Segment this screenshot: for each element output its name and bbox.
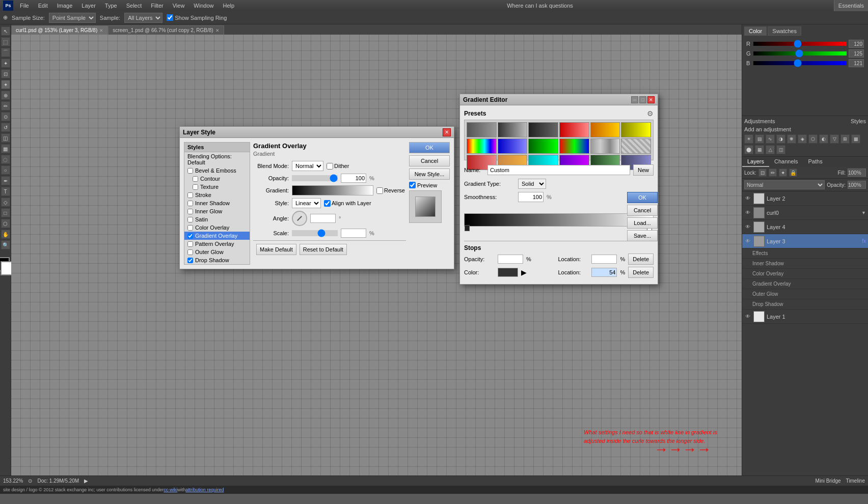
- style-item-satin[interactable]: Satin: [184, 215, 250, 223]
- selection-tool[interactable]: ⬚: [1, 37, 10, 46]
- preset-dark[interactable]: [528, 122, 558, 137]
- style-item-color-overlay-check[interactable]: [187, 225, 193, 231]
- style-item-inner-shadow[interactable]: Inner Shadow: [184, 199, 250, 207]
- new-style-btn[interactable]: New Style...: [409, 169, 450, 180]
- heal-tool[interactable]: ⊕: [1, 91, 10, 100]
- tab-curl1-close[interactable]: ✕: [99, 28, 103, 33]
- timeline-tab[interactable]: Timeline: [846, 478, 865, 484]
- color-tab[interactable]: Color: [744, 26, 767, 36]
- menu-file[interactable]: File: [17, 2, 32, 10]
- curl0-eye-icon[interactable]: 👁: [744, 209, 751, 216]
- style-item-contour[interactable]: Contour: [184, 175, 250, 183]
- r-value[interactable]: [849, 40, 864, 48]
- style-item-bevel-check[interactable]: [187, 168, 193, 174]
- menu-type[interactable]: Type: [102, 2, 120, 10]
- gradient-cancel-btn[interactable]: Cancel: [627, 205, 658, 216]
- preset-blue[interactable]: [498, 138, 528, 154]
- preview-checkbox[interactable]: [409, 182, 416, 188]
- blur-tool[interactable]: ◌: [1, 155, 10, 164]
- opacity-delete-btn[interactable]: Delete: [628, 254, 654, 265]
- gradient-smoothness-input[interactable]: [518, 192, 544, 202]
- angle-dial[interactable]: [292, 211, 307, 226]
- cancel-btn[interactable]: Cancel: [409, 155, 450, 166]
- style-select[interactable]: Linear: [292, 198, 321, 208]
- gradient-name-input[interactable]: [487, 165, 630, 175]
- preset-metallic[interactable]: [590, 138, 620, 154]
- lock-image-btn[interactable]: ✏: [769, 169, 777, 177]
- preset-red[interactable]: [559, 122, 589, 137]
- selectivecolor-icon[interactable]: ◫: [776, 145, 785, 154]
- gradient-new-btn[interactable]: New: [633, 164, 654, 176]
- align-layer-checkbox[interactable]: [324, 200, 331, 207]
- cc-wiki-link[interactable]: cc-wiki: [164, 487, 177, 492]
- opacity-input[interactable]: [341, 174, 366, 183]
- tab-screen1[interactable]: screen_1.psd @ 66.7% (curl copy 2, RGB/8…: [108, 25, 224, 35]
- magic-wand-tool[interactable]: ✦: [1, 59, 10, 68]
- eyedropper-tool[interactable]: ✦: [1, 80, 10, 89]
- menu-edit[interactable]: Edit: [36, 2, 50, 10]
- lasso-tool[interactable]: ⌒: [1, 48, 10, 57]
- style-item-drop-shadow-check[interactable]: [187, 258, 193, 263]
- menu-help[interactable]: Help: [220, 2, 237, 10]
- layer-item-drop-shadow-effect[interactable]: Drop Shadow: [742, 299, 868, 310]
- presets-gear-icon[interactable]: ⚙: [647, 109, 654, 118]
- ok-btn[interactable]: OK: [409, 142, 450, 153]
- curves-icon[interactable]: ∿: [766, 134, 775, 144]
- type-tool[interactable]: T: [1, 187, 10, 196]
- layer-item-layer3[interactable]: 👁 Layer 3 fx: [742, 234, 868, 248]
- color-location-input[interactable]: [591, 268, 617, 277]
- posterize-icon[interactable]: ▦: [755, 145, 764, 154]
- levels-icon[interactable]: ▤: [755, 134, 764, 144]
- style-item-texture-check[interactable]: [193, 184, 198, 190]
- preset-orange[interactable]: [590, 122, 620, 137]
- opacity-slider[interactable]: [292, 175, 338, 181]
- hand-tool[interactable]: ✋: [1, 230, 10, 239]
- opacity-value-layers[interactable]: [848, 181, 866, 189]
- style-item-satin-check[interactable]: [187, 217, 193, 222]
- preset-multicolor[interactable]: [467, 138, 497, 154]
- preset-checker[interactable]: [621, 138, 651, 154]
- opacity-stop-input[interactable]: [498, 255, 523, 264]
- preset-green[interactable]: [528, 138, 558, 154]
- menu-window[interactable]: Window: [191, 2, 216, 10]
- gradient-editor-min-btn[interactable]: ─: [631, 96, 638, 103]
- style-item-gradient-overlay[interactable]: Gradient Overlay: [184, 232, 250, 240]
- menu-filter[interactable]: Filter: [148, 2, 166, 10]
- layer-style-close-btn[interactable]: ✕: [443, 128, 451, 136]
- mini-bridge-tab[interactable]: Mini Bridge: [816, 478, 841, 484]
- layer3-eye-icon[interactable]: 👁: [744, 238, 751, 245]
- 3d-tool[interactable]: ⬡: [1, 219, 10, 228]
- blend-mode-select[interactable]: Normal: [292, 161, 323, 171]
- menu-image[interactable]: Image: [55, 2, 75, 10]
- show-sampling-ring-checkbox[interactable]: [167, 14, 173, 21]
- layer4-eye-icon[interactable]: 👁: [744, 223, 751, 231]
- sample-select[interactable]: All Layers: [124, 13, 162, 23]
- style-item-drop-shadow[interactable]: Drop Shadow: [184, 256, 250, 264]
- shape-tool[interactable]: □: [1, 208, 10, 217]
- bw-icon[interactable]: ◐: [819, 134, 828, 144]
- channels-tab[interactable]: Channels: [769, 157, 803, 167]
- style-item-inner-glow-check[interactable]: [187, 209, 193, 214]
- tab-screen1-close[interactable]: ✕: [215, 28, 220, 33]
- paths-tab[interactable]: Paths: [803, 157, 828, 167]
- reset-to-default-btn[interactable]: Reset to Default: [300, 244, 347, 255]
- gradient-preview[interactable]: [292, 185, 373, 195]
- path-tool[interactable]: ◇: [1, 198, 10, 207]
- invert-icon[interactable]: ⬤: [744, 145, 753, 154]
- layer-item-gradient-overlay-effect[interactable]: Gradient Overlay: [742, 279, 868, 289]
- channelmixer-icon[interactable]: ⊞: [840, 134, 850, 144]
- style-item-bevel[interactable]: Bevel & Emboss: [184, 166, 250, 175]
- layer2-eye-icon[interactable]: 👁: [744, 195, 751, 202]
- style-item-outer-glow[interactable]: Outer Glow: [184, 248, 250, 256]
- scale-input[interactable]: 68: [341, 229, 366, 238]
- tab-curl1[interactable]: curl1.psd @ 153% (Layer 3, RGB/8) ✕: [11, 25, 108, 35]
- dodge-tool[interactable]: ○: [1, 165, 10, 175]
- layer-item-outer-glow-effect[interactable]: Outer Glow: [742, 289, 868, 299]
- lock-transparent-btn[interactable]: ⊡: [758, 169, 767, 177]
- style-item-pattern-overlay-check[interactable]: [187, 241, 193, 247]
- layer-item-layer2[interactable]: 👁 Layer 2: [742, 191, 868, 206]
- eraser-tool[interactable]: ◫: [1, 133, 10, 143]
- gradient-load-btn[interactable]: Load...: [627, 217, 658, 229]
- preset-bw[interactable]: [467, 122, 497, 137]
- style-item-blending[interactable]: Blending Options: Default: [184, 152, 250, 166]
